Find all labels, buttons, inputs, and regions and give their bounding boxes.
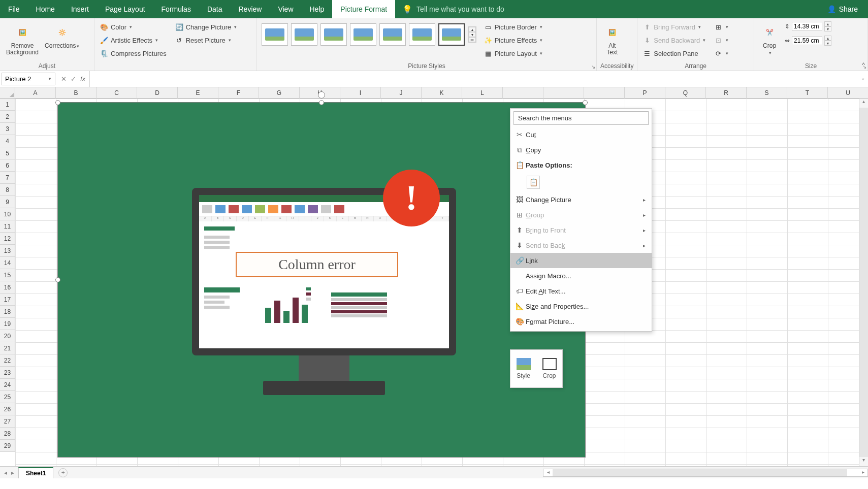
col-head[interactable]: J [381,87,422,99]
scroll-down-button[interactable]: ▾ [859,457,868,466]
col-head[interactable]: R [706,87,747,99]
row-head[interactable]: 3 [0,123,15,135]
corrections-button[interactable]: 🔆 Corrections▾ [42,21,82,52]
picture-styles-dialog-launcher[interactable]: ↘ [591,64,595,70]
compress-pictures-button[interactable]: 🗜️Compress Pictures [98,48,169,59]
row-head[interactable]: 28 [0,428,15,440]
row-head[interactable]: 27 [0,415,15,428]
picture-style-2[interactable] [291,23,317,46]
picture-style-3[interactable] [320,23,347,46]
ctx-cut[interactable]: ✂Cut [510,127,652,142]
name-box[interactable]: Picture 2 ▼ [2,73,55,85]
resize-handle[interactable] [55,100,60,105]
row-head[interactable]: 1 [0,99,15,111]
col-head[interactable] [503,87,543,99]
horizontal-scrollbar[interactable]: ◂ ▸ [543,469,868,477]
tab-home[interactable]: Home [28,0,63,18]
row-head[interactable]: 24 [0,379,15,391]
row-head[interactable]: 19 [0,318,15,330]
col-head[interactable]: B [56,87,97,99]
resize-handle[interactable] [319,100,324,105]
col-head[interactable]: P [625,87,665,99]
align-button[interactable]: ⊞▾ [712,21,730,32]
picture-style-5[interactable] [379,23,406,46]
row-head[interactable]: 17 [0,294,15,306]
ctx-change-picture[interactable]: 🖼Change Picture▸ [510,192,652,207]
picture-style-4[interactable] [350,23,376,46]
change-picture-button[interactable]: 🔄Change Picture▾ [173,21,239,32]
row-head[interactable]: 25 [0,391,15,403]
row-head[interactable]: 9 [0,196,15,208]
ctx-assign-macro[interactable]: Assign Macro... [510,268,652,283]
tell-me-input[interactable]: Tell me what you want to do [416,5,504,13]
col-head[interactable]: Q [665,87,706,99]
mini-style-button[interactable]: Style [510,350,536,387]
formula-input[interactable]: ⌄ [89,71,868,87]
fx-icon[interactable]: fx [80,75,85,83]
col-head[interactable] [584,87,625,99]
resize-handle[interactable] [55,277,60,282]
ctx-format-picture[interactable]: 🎨Format Picture... [510,314,652,329]
reset-picture-button[interactable]: ↺Reset Picture▾ [173,35,239,46]
row-head[interactable]: 5 [0,147,15,159]
col-head[interactable]: D [137,87,178,99]
row-head[interactable]: 16 [0,281,15,294]
accept-formula-icon[interactable]: ✓ [71,75,76,83]
row-head[interactable]: 29 [0,440,15,452]
share-button[interactable]: 👤 Share [827,5,858,13]
picture-effects-button[interactable]: ✨Picture Effects▾ [481,35,545,46]
col-head[interactable]: K [422,87,462,99]
tab-help[interactable]: Help [302,0,333,18]
row-head[interactable]: 8 [0,184,15,196]
row-head[interactable]: 21 [0,342,15,354]
row-head[interactable]: 23 [0,367,15,379]
send-backward-button[interactable]: ⬇Send Backward▾ [640,35,708,46]
row-head[interactable]: 7 [0,172,15,184]
row-head[interactable]: 4 [0,135,15,147]
selection-pane-button[interactable]: ☰Selection Pane [640,48,708,59]
remove-background-button[interactable]: 🖼️ Remove Background [3,21,42,58]
sheet-nav-prev[interactable]: ◂ [4,469,7,476]
height-down[interactable]: ▾ [824,26,831,31]
col-head[interactable]: S [747,87,787,99]
color-button[interactable]: 🎨Color▾ [98,21,169,32]
row-head[interactable]: 26 [0,403,15,415]
col-head[interactable]: I [340,87,381,99]
tab-picture-format[interactable]: Picture Format [332,0,395,18]
tab-page-layout[interactable]: Page Layout [97,0,153,18]
vertical-scrollbar[interactable]: ▴ ▾ [859,99,868,466]
add-sheet-button[interactable]: + [58,468,68,477]
collapse-ribbon-button[interactable]: ^ [862,61,865,69]
row-head[interactable]: 22 [0,354,15,367]
paste-option-1[interactable]: 📋 [527,176,540,189]
styles-scroll-up[interactable]: ▴ [469,27,476,32]
picture-object[interactable]: ABCDEFGHIJKLMNOPQRST [57,102,586,458]
tab-data[interactable]: Data [199,0,231,18]
group-button[interactable]: ⊡▾ [712,35,730,46]
width-input[interactable] [792,36,822,45]
col-head[interactable] [543,87,584,99]
col-head[interactable]: L [462,87,503,99]
ctx-edit-alt-text[interactable]: 🏷Edit Alt Text... [510,283,652,299]
artistic-effects-button[interactable]: 🖌️Artistic Effects▾ [98,35,169,46]
tab-file[interactable]: File [0,0,28,18]
row-head[interactable]: 11 [0,220,15,233]
row-head[interactable]: 13 [0,245,15,257]
picture-layout-button[interactable]: ▦Picture Layout▾ [481,48,545,59]
col-head[interactable]: F [218,87,259,99]
tab-formulas[interactable]: Formulas [153,0,199,18]
formula-bar-expand-icon[interactable]: ⌄ [861,75,865,81]
col-head[interactable]: C [97,87,137,99]
col-head[interactable]: A [15,87,56,99]
rotate-handle[interactable] [318,91,325,99]
cells-area[interactable]: ABCDEFGHIJKLMNOPQRST [15,99,868,478]
row-head[interactable]: 14 [0,257,15,269]
width-down[interactable]: ▾ [824,41,831,46]
sheet-tab-sheet1[interactable]: Sheet1 [18,467,53,478]
scroll-thumb[interactable] [859,108,868,457]
row-head[interactable]: 2 [0,111,15,123]
row-head[interactable]: 18 [0,306,15,318]
cancel-formula-icon[interactable]: ✕ [61,75,67,83]
tab-review[interactable]: Review [231,0,270,18]
scroll-right-button[interactable]: ▸ [858,469,867,476]
